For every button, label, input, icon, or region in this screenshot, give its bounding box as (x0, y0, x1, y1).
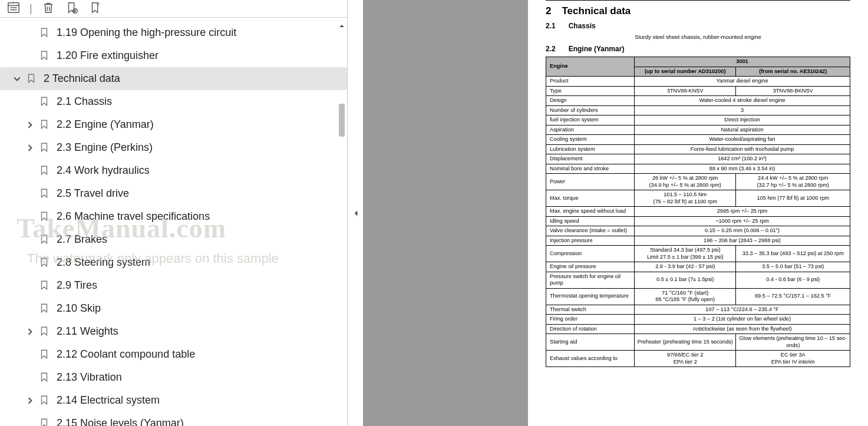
row-value-b: EC tier 3AEPA tier IV interim (736, 351, 850, 367)
table-row: Engine oil pressure2.9 - 3.9 bar (42 - 5… (546, 262, 850, 272)
outline-item[interactable]: 2.3 Engine (Perkins) (0, 136, 347, 159)
outline-item[interactable]: 2 Technical data (0, 67, 347, 90)
outline-item[interactable]: 2.10 Skip (0, 297, 347, 320)
row-value-b: 0.4 - 0.6 bar (6 - 9 psi) (736, 272, 850, 288)
bookmark-settings-icon[interactable] (88, 1, 103, 16)
outline-item-label: 1.20 Fire extinguisher (57, 49, 159, 62)
chevron-right-icon[interactable] (24, 121, 37, 128)
table-row: AspirationNatural aspiration (546, 125, 850, 135)
outline-item[interactable]: 2.12 Coolant compound table (0, 343, 347, 366)
scroll-thumb[interactable] (339, 104, 345, 137)
bookmark-icon (39, 50, 51, 62)
outline-item-label: 2.6 Machine travel specifications (57, 210, 210, 223)
bookmark-icon (39, 165, 51, 177)
outline-item-label: 2.4 Work hydraulics (57, 164, 150, 177)
table-row: Nominal bore and stroke88 x 90 mm (3.46 … (546, 164, 850, 174)
chevron-down-icon[interactable] (11, 75, 24, 82)
outline-item[interactable]: 2.14 Electrical system (0, 389, 347, 412)
outline-sidebar: | 1.19 Opening the high-pressure circuit… (0, 0, 348, 426)
bookmark-icon (39, 303, 51, 315)
row-value-a: 71 °C/160 °F (start)85 °C/185 °F (fully … (635, 288, 736, 305)
row-value-b: 33.3 – 35.3 bar (483 – 512 psi) at 250 r… (736, 246, 850, 262)
row-label: Max. torque (546, 190, 635, 207)
collapse-sidebar-icon[interactable] (352, 207, 360, 219)
scroll-up-icon[interactable] (338, 21, 346, 31)
table-row: Number of cylinders3 (546, 105, 850, 115)
row-value: 107 – 113 °C/224.6 – 235.4 °F (635, 305, 850, 315)
table-row: Pressure switch for engine oil pump0.5 ±… (546, 272, 850, 288)
th-col-a: (up to serial number AD310200) (635, 67, 736, 77)
outline-item[interactable]: 2.13 Vibration (0, 366, 347, 389)
table-row: Max. torque101.5 – 110.5 Nm(75 – 82 lbf … (546, 190, 850, 207)
outline-item[interactable]: 2.6 Machine travel specifications (0, 205, 347, 228)
bookmark-icon (39, 326, 51, 338)
outline-item-label: 2.9 Tires (57, 279, 97, 292)
table-row: Firing order1 – 3 – 2 (1st cylinder on f… (546, 315, 850, 325)
outline-item-label: 2.13 Vibration (57, 371, 122, 384)
row-value: 196 – 206 bar (2843 – 2988 psi) (635, 236, 850, 246)
chevron-right-icon[interactable] (24, 144, 37, 151)
row-label: Engine oil pressure (546, 262, 635, 272)
outline-item[interactable]: 2.2 Engine (Yanmar) (0, 113, 347, 136)
row-value-b: 24.4 kW +/– 5 % at 2800 rpm(32.7 hp +/– … (736, 174, 850, 190)
row-value: Anticlockwise (as seen from the flywheel… (635, 324, 850, 334)
delete-bookmark-icon[interactable] (41, 1, 56, 16)
outline-item-label: 2.12 Coolant compound table (57, 348, 195, 361)
row-value: 3 (635, 105, 850, 115)
outline-item[interactable]: 2.7 Brakes (0, 228, 347, 251)
row-label: Thermostat opening temperature (546, 288, 635, 305)
row-label: fuel injection system (546, 115, 635, 126)
row-value: Force-feed lubrication with trochoidal p… (635, 144, 850, 154)
outline-tree: 1.19 Opening the high-pressure circuit1.… (0, 21, 347, 426)
sidebar-toolbar: | (0, 0, 347, 18)
sidebar-scrollbar[interactable] (338, 21, 346, 426)
outline-item-label: 2.15 Noise levels (Yanmar) (57, 417, 184, 426)
row-label: Idling speed (546, 216, 635, 226)
row-value-b: Glow elements (preheating time 10 – 15 s… (736, 334, 850, 351)
outline-item-label: 2.7 Brakes (57, 233, 107, 246)
row-value: Direct injection (635, 115, 850, 126)
bookmark-icon (39, 280, 51, 292)
outline-item[interactable]: 2.15 Noise levels (Yanmar) (0, 412, 347, 426)
page-subsection-chassis: 2.1Chassis (546, 22, 850, 30)
row-label: Type (546, 86, 635, 96)
outline-item-label: 2 Technical data (44, 72, 120, 85)
outline-item[interactable]: 2.11 Weights (0, 320, 347, 343)
table-row: Idling speed~1000 rpm +/– 25 rpm (546, 216, 850, 226)
th-col-b: (from serial no. AE310242) (736, 67, 850, 77)
outline-item[interactable]: 1.19 Opening the high-pressure circuit (0, 21, 347, 44)
table-row: ProductYanmar diesel engine (546, 77, 850, 87)
outline-item[interactable]: 2.1 Chassis (0, 90, 347, 113)
row-value-a: Standard 34.3 bar (497.5 psi)Limit 27.5 … (635, 246, 736, 262)
chevron-right-icon[interactable] (24, 328, 37, 335)
outline-item-label: 2.2 Engine (Yanmar) (57, 118, 154, 131)
outline-item[interactable]: 1.20 Fire extinguisher (0, 44, 347, 67)
add-bookmark-icon[interactable] (64, 1, 80, 16)
outline-item[interactable]: 2.4 Work hydraulics (0, 159, 347, 182)
row-label: Max. engine speed without load (546, 207, 635, 217)
document-page: 2Technical data 2.1Chassis Sturdy steel … (528, 0, 868, 426)
outline-item[interactable]: 2.8 Steering system (0, 251, 347, 274)
row-label: Product (546, 77, 635, 87)
table-row: Displacement1642 cm³ (100.2 in³) (546, 154, 850, 164)
bookmark-icon (39, 372, 51, 384)
row-value: 88 x 90 mm (3.46 x 3.54 in) (635, 164, 850, 174)
chevron-right-icon[interactable] (24, 397, 37, 404)
outline-item-label: 2.10 Skip (57, 302, 101, 315)
bookmark-icon (39, 234, 51, 246)
row-label: Exhaust values according to (546, 351, 635, 367)
row-value-a: 0.5 ± 0.1 bar (7± 1.5psi) (635, 272, 736, 288)
table-row: Starting aidPreheater (preheating time 1… (546, 334, 850, 351)
table-row: fuel injection systemDirect injection (546, 115, 850, 126)
row-value: Water-cooled 4 stroke diesel engine (635, 96, 850, 106)
outline-item[interactable]: 2.9 Tires (0, 274, 347, 297)
row-value-b: 69.5 – 72.5 °C/157.1 – 162.5 °F (736, 288, 850, 305)
table-row: DesignWater-cooled 4 stroke diesel engin… (546, 96, 850, 106)
bookmark-icon (39, 349, 51, 361)
row-label: Nominal bore and stroke (546, 164, 635, 174)
outline-item[interactable]: 2.5 Travel drive (0, 182, 347, 205)
bookmark-icon (39, 142, 51, 154)
outline-view-icon[interactable] (6, 1, 21, 16)
table-row: Thermal switch107 – 113 °C/224.6 – 235.4… (546, 305, 850, 315)
row-value: Water-cooled/aspirating fan (635, 135, 850, 145)
